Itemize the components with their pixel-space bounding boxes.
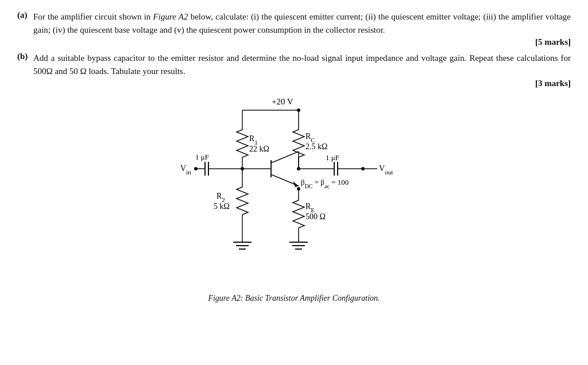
rc-label: RC [305,132,315,143]
c2-label: 1 μF [326,153,339,162]
question-b-label: (b) [17,52,33,61]
r1-label: R1 [249,134,258,146]
vin-dot [194,167,198,170]
question-b-text: Add a suitable bypass capacitor to the e… [33,52,571,77]
figure-caption: Figure A2: Basic Transistor Amplifier Co… [17,294,571,303]
question-a-text: For the amplifier circuit shown in Figur… [33,10,571,36]
r2-resistor [237,180,248,226]
r1-value: 22 kΩ [249,145,269,153]
c1-label: 1 μF [195,153,209,161]
vin-label: Vin [180,164,191,176]
beta-label: βDC = βac = 100 [301,178,349,189]
r2-value: 5 kΩ [214,202,230,211]
circuit-svg: +20 V RC 2.5 kΩ Vout 1 μF R1 22 kΩ [150,94,438,289]
question-b-marks: [3 marks] [17,79,571,88]
re-value: 500 Ω [305,212,326,221]
transistor-collector-line [271,152,299,163]
r1-resistor [237,123,248,169]
rc-value: 2.5 kΩ [305,142,327,151]
question-a-block: (a) For the amplifier circuit shown in F… [17,10,571,47]
re-label: RE [305,202,315,213]
vcc-label: +20 V [272,97,293,106]
question-a-marks: [5 marks] [17,37,571,47]
circuit-diagram: +20 V RC 2.5 kΩ Vout 1 μF R1 22 kΩ [17,94,571,289]
question-b-block: (b) Add a suitable bypass capacitor to t… [17,52,571,88]
vout-label: Vout [379,164,393,176]
question-a-label: (a) [17,10,33,20]
re-resistor [293,195,304,235]
r2-label: R2 [216,192,225,203]
